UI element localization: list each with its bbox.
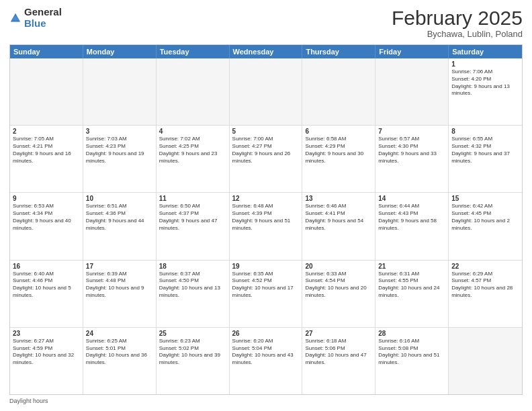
logo-text: General Blue: [24, 7, 62, 29]
calendar-cell: 2Sunrise: 7:05 AM Sunset: 4:21 PM Daylig…: [10, 126, 83, 192]
cell-info: Sunrise: 6:27 AM Sunset: 4:59 PM Dayligh…: [13, 338, 80, 367]
cell-info: Sunrise: 6:57 AM Sunset: 4:30 PM Dayligh…: [378, 136, 445, 165]
cell-info: Sunrise: 7:05 AM Sunset: 4:21 PM Dayligh…: [13, 136, 80, 165]
cell-info: Sunrise: 6:33 AM Sunset: 4:54 PM Dayligh…: [305, 271, 372, 300]
calendar-row: 2Sunrise: 7:05 AM Sunset: 4:21 PM Daylig…: [10, 125, 522, 192]
day-number: 11: [159, 195, 226, 202]
cell-info: Sunrise: 6:20 AM Sunset: 5:04 PM Dayligh…: [232, 338, 300, 367]
cell-info: Sunrise: 7:02 AM Sunset: 4:25 PM Dayligh…: [159, 136, 226, 165]
calendar-cell: [302, 58, 375, 125]
calendar-body: 1Sunrise: 7:06 AM Sunset: 4:20 PM Daylig…: [10, 58, 522, 394]
weekday-header: Saturday: [449, 45, 522, 58]
weekday-header: Sunday: [10, 45, 83, 58]
day-number: 22: [451, 263, 519, 270]
calendar-cell: [157, 58, 230, 125]
day-number: 10: [86, 195, 153, 202]
cell-info: Sunrise: 6:25 AM Sunset: 5:01 PM Dayligh…: [86, 338, 153, 367]
calendar-cell: [83, 58, 157, 125]
title-block: February 2025 Bychawa, Lublin, Poland: [392, 7, 523, 39]
day-number: 16: [13, 263, 80, 270]
header: General Blue February 2025 Bychawa, Lubl…: [9, 7, 523, 39]
calendar-cell: [375, 58, 449, 125]
calendar-cell: 8Sunrise: 6:55 AM Sunset: 4:32 PM Daylig…: [449, 126, 522, 192]
day-number: 8: [451, 128, 519, 135]
calendar-cell: 9Sunrise: 6:53 AM Sunset: 4:34 PM Daylig…: [10, 193, 83, 259]
calendar-row: 1Sunrise: 7:06 AM Sunset: 4:20 PM Daylig…: [10, 58, 522, 125]
calendar-cell: 27Sunrise: 6:18 AM Sunset: 5:06 PM Dayli…: [302, 328, 375, 394]
calendar-cell: 23Sunrise: 6:27 AM Sunset: 4:59 PM Dayli…: [10, 328, 83, 394]
calendar-cell: 28Sunrise: 6:16 AM Sunset: 5:08 PM Dayli…: [375, 328, 449, 394]
footer-note: Daylight hours: [9, 398, 523, 404]
calendar-header: SundayMondayTuesdayWednesdayThursdayFrid…: [10, 45, 522, 58]
cell-info: Sunrise: 6:37 AM Sunset: 4:50 PM Dayligh…: [159, 271, 226, 300]
cell-info: Sunrise: 6:18 AM Sunset: 5:06 PM Dayligh…: [305, 338, 372, 367]
cell-info: Sunrise: 6:50 AM Sunset: 4:37 PM Dayligh…: [159, 203, 226, 232]
calendar-cell: 25Sunrise: 6:23 AM Sunset: 5:02 PM Dayli…: [157, 328, 230, 394]
calendar-cell: 6Sunrise: 6:58 AM Sunset: 4:29 PM Daylig…: [302, 126, 375, 192]
day-number: 15: [451, 195, 519, 202]
cell-info: Sunrise: 6:55 AM Sunset: 4:32 PM Dayligh…: [451, 136, 519, 165]
weekday-header: Thursday: [302, 45, 375, 58]
cell-info: Sunrise: 6:31 AM Sunset: 4:55 PM Dayligh…: [378, 271, 445, 300]
calendar-row: 23Sunrise: 6:27 AM Sunset: 4:59 PM Dayli…: [10, 327, 522, 394]
calendar-cell: 16Sunrise: 6:40 AM Sunset: 4:46 PM Dayli…: [10, 261, 83, 327]
cell-info: Sunrise: 6:16 AM Sunset: 5:08 PM Dayligh…: [378, 338, 445, 367]
calendar-cell: 22Sunrise: 6:29 AM Sunset: 4:57 PM Dayli…: [449, 261, 522, 327]
day-number: 21: [378, 263, 445, 270]
calendar-cell: 1Sunrise: 7:06 AM Sunset: 4:20 PM Daylig…: [449, 58, 522, 125]
cell-info: Sunrise: 6:58 AM Sunset: 4:29 PM Dayligh…: [305, 136, 372, 165]
day-number: 5: [232, 128, 300, 135]
cell-info: Sunrise: 6:53 AM Sunset: 4:34 PM Dayligh…: [13, 203, 80, 232]
weekday-header: Monday: [83, 45, 157, 58]
calendar-cell: 17Sunrise: 6:39 AM Sunset: 4:48 PM Dayli…: [83, 261, 157, 327]
calendar: SundayMondayTuesdayWednesdayThursdayFrid…: [9, 44, 523, 395]
cell-info: Sunrise: 6:51 AM Sunset: 4:36 PM Dayligh…: [86, 203, 153, 232]
day-number: 26: [232, 330, 300, 337]
calendar-cell: 13Sunrise: 6:46 AM Sunset: 4:41 PM Dayli…: [302, 193, 375, 259]
calendar-cell: 7Sunrise: 6:57 AM Sunset: 4:30 PM Daylig…: [375, 126, 449, 192]
day-number: 7: [378, 128, 445, 135]
calendar-cell: 4Sunrise: 7:02 AM Sunset: 4:25 PM Daylig…: [157, 126, 230, 192]
day-number: 19: [232, 263, 300, 270]
weekday-header: Friday: [375, 45, 449, 58]
month-title: February 2025: [392, 7, 523, 29]
calendar-cell: 20Sunrise: 6:33 AM Sunset: 4:54 PM Dayli…: [302, 261, 375, 327]
logo-icon: [9, 12, 21, 24]
page: General Blue February 2025 Bychawa, Lubl…: [0, 0, 532, 411]
logo-blue: Blue: [24, 18, 62, 30]
calendar-cell: 18Sunrise: 6:37 AM Sunset: 4:50 PM Dayli…: [157, 261, 230, 327]
cell-info: Sunrise: 6:44 AM Sunset: 4:43 PM Dayligh…: [378, 203, 445, 232]
calendar-cell: 19Sunrise: 6:35 AM Sunset: 4:52 PM Dayli…: [230, 261, 303, 327]
day-number: 12: [232, 195, 300, 202]
day-number: 17: [86, 263, 153, 270]
cell-info: Sunrise: 6:39 AM Sunset: 4:48 PM Dayligh…: [86, 271, 153, 300]
cell-info: Sunrise: 7:06 AM Sunset: 4:20 PM Dayligh…: [451, 68, 519, 97]
day-number: 24: [86, 330, 153, 337]
day-number: 9: [13, 195, 80, 202]
calendar-cell: 12Sunrise: 6:48 AM Sunset: 4:39 PM Dayli…: [230, 193, 303, 259]
day-number: 13: [305, 195, 372, 202]
day-number: 1: [451, 60, 519, 68]
cell-info: Sunrise: 6:40 AM Sunset: 4:46 PM Dayligh…: [13, 271, 80, 300]
day-number: 4: [159, 128, 226, 135]
cell-info: Sunrise: 6:48 AM Sunset: 4:39 PM Dayligh…: [232, 203, 300, 232]
calendar-cell: 15Sunrise: 6:42 AM Sunset: 4:45 PM Dayli…: [449, 193, 522, 259]
calendar-cell: 26Sunrise: 6:20 AM Sunset: 5:04 PM Dayli…: [230, 328, 303, 394]
cell-info: Sunrise: 7:00 AM Sunset: 4:27 PM Dayligh…: [232, 136, 300, 165]
calendar-row: 9Sunrise: 6:53 AM Sunset: 4:34 PM Daylig…: [10, 192, 522, 259]
calendar-cell: [10, 58, 83, 125]
cell-info: Sunrise: 6:46 AM Sunset: 4:41 PM Dayligh…: [305, 203, 372, 232]
day-number: 18: [159, 263, 226, 270]
cell-info: Sunrise: 6:42 AM Sunset: 4:45 PM Dayligh…: [451, 203, 519, 232]
calendar-cell: 11Sunrise: 6:50 AM Sunset: 4:37 PM Dayli…: [157, 193, 230, 259]
cell-info: Sunrise: 6:23 AM Sunset: 5:02 PM Dayligh…: [159, 338, 226, 367]
cell-info: Sunrise: 7:03 AM Sunset: 4:23 PM Dayligh…: [86, 136, 153, 165]
weekday-header: Wednesday: [230, 45, 303, 58]
calendar-cell: [230, 58, 303, 125]
logo-general: General: [24, 7, 62, 18]
calendar-cell: 10Sunrise: 6:51 AM Sunset: 4:36 PM Dayli…: [83, 193, 157, 259]
calendar-cell: 14Sunrise: 6:44 AM Sunset: 4:43 PM Dayli…: [375, 193, 449, 259]
calendar-cell: 21Sunrise: 6:31 AM Sunset: 4:55 PM Dayli…: [375, 261, 449, 327]
cell-info: Sunrise: 6:35 AM Sunset: 4:52 PM Dayligh…: [232, 271, 300, 300]
calendar-cell: 5Sunrise: 7:00 AM Sunset: 4:27 PM Daylig…: [230, 126, 303, 192]
